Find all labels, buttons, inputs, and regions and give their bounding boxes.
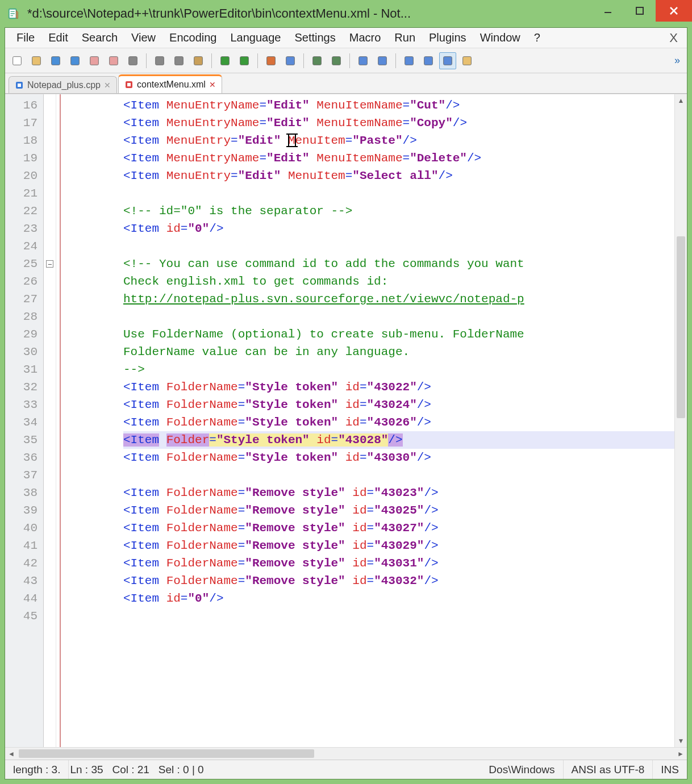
sync-h-icon[interactable] — [374, 52, 391, 69]
line-number[interactable]: 24 — [5, 237, 43, 255]
line-number[interactable]: 27 — [5, 290, 43, 308]
fold-cell[interactable] — [44, 396, 56, 414]
cut-icon[interactable] — [151, 52, 168, 69]
line-number[interactable]: 35 — [5, 431, 43, 449]
code-line[interactable]: <Item id="0"/> — [123, 590, 674, 607]
fold-cell[interactable] — [44, 590, 56, 607]
print-icon[interactable] — [124, 52, 141, 69]
toolbar-overflow-icon[interactable]: » — [671, 55, 683, 66]
line-number[interactable]: 28 — [5, 308, 43, 326]
copy-icon[interactable] — [170, 52, 187, 69]
open-file-icon[interactable] — [28, 52, 45, 69]
redo-icon[interactable] — [236, 52, 253, 69]
code-line[interactable] — [123, 466, 674, 484]
fold-cell[interactable] — [44, 466, 56, 484]
line-number[interactable]: 19 — [5, 149, 43, 167]
document-tab[interactable]: Notepad_plus.cpp✕ — [9, 76, 117, 93]
line-number[interactable]: 42 — [5, 554, 43, 572]
menu-document-close-button[interactable]: X — [665, 31, 682, 45]
line-number[interactable]: 17 — [5, 114, 43, 132]
line-number-gutter[interactable]: 1617181920212223242526272829303132333435… — [5, 94, 44, 747]
fold-cell[interactable] — [44, 361, 56, 378]
close-all-icon[interactable] — [105, 52, 122, 69]
line-number[interactable]: 18 — [5, 132, 43, 149]
code-editor[interactable]: <Item MenuEntryName="Edit" MenuItemName=… — [66, 94, 674, 747]
fold-cell[interactable] — [44, 572, 56, 590]
code-line[interactable]: <Item FolderName="Remove style" id="4302… — [123, 519, 674, 537]
menu-settings[interactable]: Settings — [287, 29, 342, 47]
line-number[interactable]: 44 — [5, 590, 43, 607]
fold-cell[interactable] — [44, 97, 56, 114]
line-number[interactable]: 20 — [5, 167, 43, 185]
line-number[interactable]: 36 — [5, 449, 43, 466]
tab-close-icon[interactable]: ✕ — [209, 80, 216, 89]
fold-cell[interactable]: − — [44, 255, 56, 273]
menu-run[interactable]: Run — [387, 29, 422, 47]
fold-cell[interactable] — [44, 132, 56, 149]
code-line[interactable]: <Item FolderName="Remove style" id="4303… — [123, 572, 674, 590]
code-line[interactable]: <Item FolderName="Remove style" id="4302… — [123, 484, 674, 502]
fold-cell[interactable] — [44, 237, 56, 255]
udlang-icon[interactable] — [458, 52, 476, 69]
code-line[interactable]: <Item FolderName="Remove style" id="4303… — [123, 554, 674, 572]
line-number[interactable]: 25 — [5, 255, 43, 273]
code-line[interactable]: Use FolderName (optional) to create sub-… — [123, 326, 674, 343]
line-number[interactable]: 16 — [5, 97, 43, 114]
find-icon[interactable] — [262, 52, 280, 69]
menu-language[interactable]: Language — [223, 29, 287, 47]
line-number[interactable]: 40 — [5, 519, 43, 537]
code-line[interactable]: <Item FolderName="Style token" id="43022… — [123, 378, 674, 396]
fold-collapse-icon[interactable]: − — [46, 260, 53, 268]
fold-cell[interactable] — [44, 343, 56, 361]
fold-cell[interactable] — [44, 484, 56, 502]
fold-cell[interactable] — [44, 149, 56, 167]
zoom-out-icon[interactable] — [328, 52, 345, 69]
line-number[interactable]: 39 — [5, 502, 43, 519]
zoom-in-icon[interactable] — [309, 52, 326, 69]
line-number[interactable]: 21 — [5, 185, 43, 202]
code-line[interactable]: <Item FolderName="Remove style" id="4302… — [123, 537, 674, 554]
fold-cell[interactable] — [44, 431, 56, 449]
code-line[interactable]: --> — [123, 361, 674, 378]
line-number[interactable]: 41 — [5, 537, 43, 554]
code-line[interactable] — [123, 185, 674, 202]
fold-cell[interactable] — [44, 290, 56, 308]
line-number[interactable]: 23 — [5, 220, 43, 237]
code-line[interactable] — [123, 308, 674, 326]
line-number[interactable]: 33 — [5, 396, 43, 414]
menu-view[interactable]: View — [124, 29, 162, 47]
menu-search[interactable]: Search — [75, 29, 124, 47]
indent-guide-icon[interactable] — [439, 52, 456, 69]
code-line[interactable]: <Item FolderName="Remove style" id="4302… — [123, 502, 674, 519]
code-line[interactable]: <Item MenuEntryName="Edit" MenuItemName=… — [123, 149, 674, 167]
window-close-button[interactable] — [656, 0, 692, 22]
fold-cell[interactable] — [44, 502, 56, 519]
code-line[interactable]: <Item MenuEntryName="Edit" MenuItemName=… — [123, 97, 674, 114]
sync-v-icon[interactable] — [355, 52, 372, 69]
scroll-right-icon[interactable]: ► — [674, 750, 687, 758]
code-line[interactable]: <Item FolderName="Style token" id="43026… — [123, 414, 674, 431]
fold-cell[interactable] — [44, 378, 56, 396]
save-all-icon[interactable] — [66, 52, 84, 69]
scroll-down-icon[interactable]: ▼ — [675, 735, 687, 747]
line-number[interactable]: 26 — [5, 273, 43, 290]
menu-edit[interactable]: Edit — [41, 29, 74, 47]
line-number[interactable]: 34 — [5, 414, 43, 431]
code-line[interactable]: <!-- id="0" is the separator --> — [123, 202, 674, 220]
new-file-icon[interactable] — [9, 52, 26, 69]
code-line[interactable]: <Item MenuEntry="Edit" MenuItem="Select … — [123, 167, 674, 185]
show-all-icon[interactable] — [420, 52, 437, 69]
menu-file[interactable]: File — [10, 29, 41, 47]
menu-plugins[interactable]: Plugins — [422, 29, 473, 47]
fold-cell[interactable] — [44, 202, 56, 220]
fold-cell[interactable] — [44, 220, 56, 237]
fold-cell[interactable] — [44, 185, 56, 202]
code-line[interactable]: <Item MenuEntryName="Edit" MenuItemName=… — [123, 114, 674, 132]
code-line[interactable] — [123, 237, 674, 255]
fold-column[interactable]: − — [44, 94, 56, 747]
line-number[interactable]: 22 — [5, 202, 43, 220]
undo-icon[interactable] — [216, 52, 234, 69]
window-minimize-button[interactable] — [592, 0, 624, 22]
vertical-scroll-thumb[interactable] — [677, 236, 685, 418]
line-number[interactable]: 45 — [5, 607, 43, 625]
